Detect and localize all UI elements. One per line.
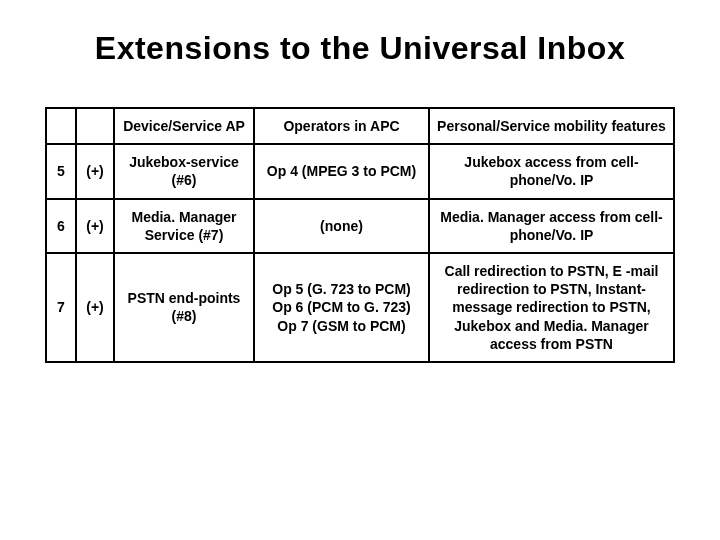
header-features: Personal/Service mobility features bbox=[429, 108, 674, 144]
cell-features: Media. Manager access from cell-phone/Vo… bbox=[429, 199, 674, 253]
cell-mark: (+) bbox=[76, 253, 114, 362]
header-mark bbox=[76, 108, 114, 144]
table-row: 6 (+) Media. Manager Service (#7) (none)… bbox=[46, 199, 674, 253]
cell-mark: (+) bbox=[76, 199, 114, 253]
table-header-row: Device/Service AP Operators in APC Perso… bbox=[46, 108, 674, 144]
table-row: 5 (+) Jukebox-service (#6) Op 4 (MPEG 3 … bbox=[46, 144, 674, 198]
header-device: Device/Service AP bbox=[114, 108, 254, 144]
cell-device: PSTN end-points (#8) bbox=[114, 253, 254, 362]
cell-ops: Op 5 (G. 723 to PCM)Op 6 (PCM to G. 723)… bbox=[254, 253, 429, 362]
cell-features: Jukebox access from cell-phone/Vo. IP bbox=[429, 144, 674, 198]
extensions-table: Device/Service AP Operators in APC Perso… bbox=[45, 107, 675, 363]
cell-device: Jukebox-service (#6) bbox=[114, 144, 254, 198]
header-num bbox=[46, 108, 76, 144]
cell-num: 7 bbox=[46, 253, 76, 362]
cell-ops: Op 4 (MPEG 3 to PCM) bbox=[254, 144, 429, 198]
page-title: Extensions to the Universal Inbox bbox=[45, 30, 675, 67]
cell-num: 5 bbox=[46, 144, 76, 198]
cell-num: 6 bbox=[46, 199, 76, 253]
cell-features: Call redirection to PSTN, E -mail redire… bbox=[429, 253, 674, 362]
cell-device: Media. Manager Service (#7) bbox=[114, 199, 254, 253]
cell-mark: (+) bbox=[76, 144, 114, 198]
header-ops: Operators in APC bbox=[254, 108, 429, 144]
cell-ops: (none) bbox=[254, 199, 429, 253]
table-row: 7 (+) PSTN end-points (#8) Op 5 (G. 723 … bbox=[46, 253, 674, 362]
